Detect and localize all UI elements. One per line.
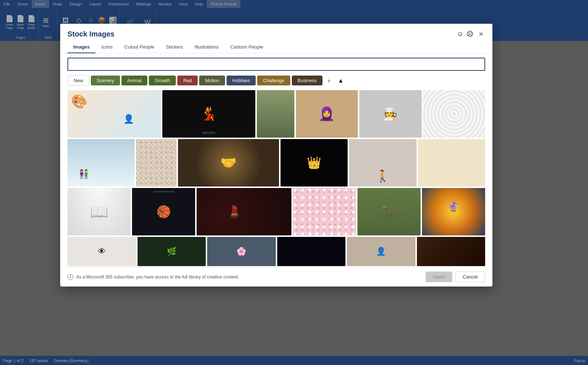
categories-bar: New Scenery Animal Growth Red Motion Hob… <box>60 75 492 90</box>
insert-button[interactable]: Insert <box>426 272 452 282</box>
image-item-22[interactable] <box>277 237 346 266</box>
image-row-1: 🎨 👤 💃 dancers 🧕 🧑‍🍳 <box>67 90 485 138</box>
dialog-header-icons: ☺ ☹ ✕ <box>457 30 485 38</box>
image-item-3[interactable] <box>257 90 294 138</box>
tab-cutout-people[interactable]: Cutout People <box>119 41 160 53</box>
image-item-8[interactable] <box>136 139 177 187</box>
image-item-9[interactable]: 🤝 <box>178 139 279 187</box>
tab-icons[interactable]: Icons <box>96 41 119 53</box>
footer-actions: Insert Cancel <box>426 272 485 282</box>
category-new[interactable]: New <box>67 75 89 86</box>
image-item-16[interactable] <box>293 188 356 235</box>
tab-stickers[interactable]: Stickers <box>160 41 189 53</box>
search-container <box>60 53 492 75</box>
image-item-17[interactable]: 🐂 <box>357 188 421 235</box>
tab-illustrations[interactable]: Illustrations <box>189 41 225 53</box>
image-item-4[interactable]: 🧕 <box>296 90 358 138</box>
footer-info-text: As a Microsoft 365 subscriber, you have … <box>76 274 239 280</box>
tab-cartoon-people[interactable]: Cartoon People <box>224 41 269 53</box>
image-item-20[interactable]: 🌿 <box>138 237 206 266</box>
category-hobbies[interactable]: Hobbies <box>227 76 256 85</box>
category-growth[interactable]: Growth <box>149 76 176 85</box>
image-item-18[interactable]: 🔮 <box>422 188 485 235</box>
image-item-12[interactable] <box>418 139 485 187</box>
image-item-2[interactable]: 💃 dancers <box>162 90 256 138</box>
category-animal[interactable]: Animal <box>121 76 148 85</box>
image-row-2: 👫 🤝 👑 🚶 <box>67 139 485 187</box>
image-item-7[interactable]: 👫 <box>67 139 135 187</box>
image-item-6[interactable] <box>423 90 485 138</box>
image-item-21[interactable]: 🌸 <box>207 237 276 266</box>
categories-scroll-up[interactable]: ▲ <box>336 76 346 86</box>
category-red[interactable]: Red <box>177 76 198 85</box>
image-row-4: 👁 🌿 🌸 👤 <box>67 237 485 266</box>
image-item-11[interactable]: 🚶 <box>349 139 416 187</box>
footer-info: ℹ As a Microsoft 365 subscriber, you hav… <box>67 274 239 280</box>
image-item-10[interactable]: 👑 <box>281 139 348 187</box>
category-business[interactable]: Business <box>292 76 323 85</box>
image-item-5[interactable]: 🧑‍🍳 <box>359 90 421 138</box>
categories-next-button[interactable]: › <box>324 76 334 86</box>
image-item-19[interactable]: 👁 <box>67 237 136 266</box>
happy-face-icon[interactable]: ☺ <box>457 30 464 38</box>
tab-images[interactable]: Images <box>67 41 96 53</box>
search-input[interactable] <box>67 58 485 71</box>
dialog-header: Stock Images ☺ ☹ ✕ <box>60 24 492 41</box>
image-item-1[interactable]: 🎨 👤 <box>67 90 161 138</box>
stock-images-dialog: Stock Images ☺ ☹ ✕ Images Icons Cutout P… <box>60 24 492 287</box>
image-item-14[interactable]: 🏀 <box>132 188 195 235</box>
sad-face-icon[interactable]: ☹ <box>467 30 473 38</box>
image-row-3: 📖 🏀 💄 🐂 🔮 <box>67 188 485 235</box>
image-item-23[interactable]: 👤 <box>347 237 415 266</box>
cancel-button[interactable]: Cancel <box>455 272 485 282</box>
info-icon: ℹ <box>67 274 73 280</box>
image-grid-container[interactable]: 🎨 👤 💃 dancers 🧕 🧑‍🍳 <box>60 90 492 267</box>
dialog-footer: ℹ As a Microsoft 365 subscriber, you hav… <box>60 267 492 287</box>
image-item-24[interactable] <box>417 237 486 266</box>
category-motion[interactable]: Motion <box>199 76 225 85</box>
image-item-15[interactable]: 💄 <box>197 188 291 235</box>
dialog-tabs: Images Icons Cutout People Stickers Illu… <box>60 41 492 53</box>
category-scenery[interactable]: Scenery <box>91 76 120 85</box>
dialog-title: Stock Images <box>67 30 115 38</box>
image-item-13[interactable]: 📖 <box>67 188 131 235</box>
dialog-close-button[interactable]: ✕ <box>476 30 485 38</box>
category-challenge[interactable]: Challenge <box>257 76 290 85</box>
